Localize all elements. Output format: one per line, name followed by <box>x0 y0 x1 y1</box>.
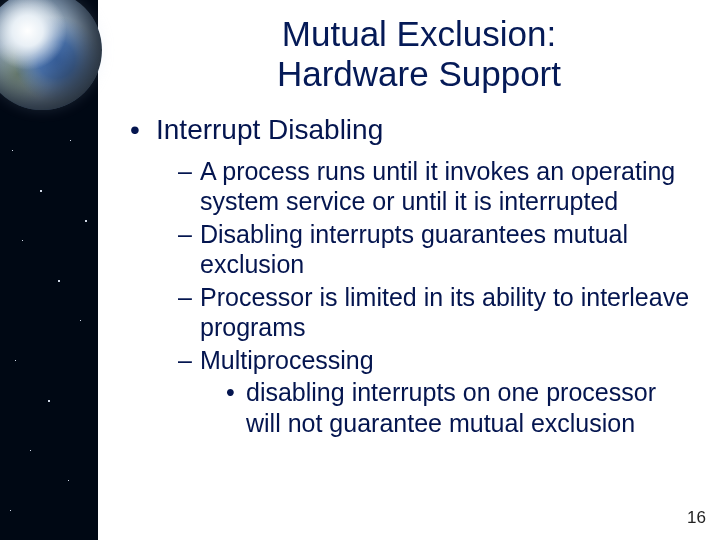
star-dot <box>22 240 23 241</box>
title-line-1: Mutual Exclusion: <box>282 14 556 53</box>
list-item: Disabling interrupts guarantees mutual e… <box>178 219 696 280</box>
star-dot <box>15 360 16 361</box>
star-dot <box>12 150 13 151</box>
bullet-text: Disabling interrupts guarantees mutual e… <box>200 220 628 279</box>
list-item: Interrupt Disabling A process runs until… <box>130 113 696 439</box>
title-line-2: Hardware Support <box>277 54 561 93</box>
star-dot <box>48 400 50 402</box>
star-dot <box>80 320 81 321</box>
star-dot <box>10 510 11 511</box>
slide-title: Mutual Exclusion: Hardware Support <box>112 14 696 95</box>
bullet-list-level-1: Interrupt Disabling A process runs until… <box>112 113 696 439</box>
page-number: 16 <box>687 508 706 528</box>
star-dot <box>68 480 69 481</box>
list-item: Processor is limited in its ability to i… <box>178 282 696 343</box>
star-dot <box>85 220 87 222</box>
bullet-list-level-3: disabling interrupts on one processor wi… <box>200 377 696 438</box>
bullet-text: disabling interrupts on one processor wi… <box>246 378 656 437</box>
star-dot <box>70 140 71 141</box>
list-item: disabling interrupts on one processor wi… <box>226 377 696 438</box>
list-item: Multiprocessing disabling interrupts on … <box>178 345 696 439</box>
bullet-text: Interrupt Disabling <box>156 114 383 145</box>
earth-image <box>0 0 102 110</box>
star-dot <box>40 190 42 192</box>
slide-content: Mutual Exclusion: Hardware Support Inter… <box>98 0 720 540</box>
star-dot <box>30 450 31 451</box>
bullet-text: Processor is limited in its ability to i… <box>200 283 689 342</box>
list-item: A process runs until it invokes an opera… <box>178 156 696 217</box>
bullet-list-level-2: A process runs until it invokes an opera… <box>156 156 696 439</box>
bullet-text: Multiprocessing <box>200 346 374 374</box>
star-dot <box>58 280 60 282</box>
sidebar-space-background <box>0 0 98 540</box>
bullet-text: A process runs until it invokes an opera… <box>200 157 675 216</box>
